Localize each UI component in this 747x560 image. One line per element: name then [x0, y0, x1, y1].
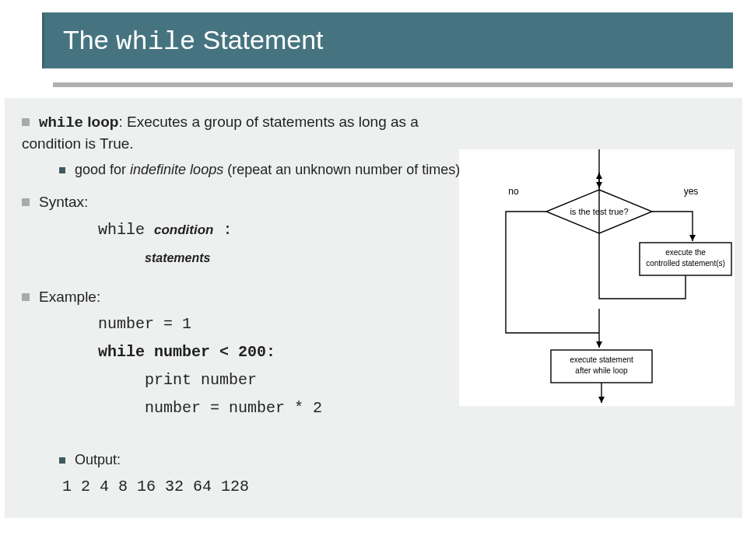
example-l3: print number — [14, 369, 465, 391]
syntax-label: Syntax: — [39, 194, 88, 210]
bullet-output: Output: — [14, 450, 465, 470]
example-label: Example: — [39, 289, 100, 305]
flow-yes-label: yes — [684, 186, 699, 197]
syntax-stmts: statements — [145, 251, 210, 264]
bullet-indefinite-loops: good for indefinite loops (repeat an unk… — [14, 160, 465, 180]
syntax-while: while — [98, 221, 154, 239]
while-term: while — [39, 114, 83, 131]
square-bullet-icon — [22, 293, 30, 301]
flow-exec1a: execute the — [665, 248, 706, 257]
loop-term: loop — [83, 114, 118, 130]
title-post: Statement — [195, 25, 323, 54]
indef-post: (repeat an unknown number of times) — [223, 162, 460, 177]
square-bullet-small-icon — [59, 457, 65, 464]
slide-title: The while Statement — [63, 25, 324, 57]
indef-pre: good for — [75, 162, 130, 177]
bullet-syntax: Syntax: — [14, 192, 465, 213]
flow-exec2a: execute statement — [570, 355, 633, 364]
title-pre: The — [63, 25, 116, 54]
output-label: Output: — [75, 452, 121, 467]
flowchart-diagram: is the test true? no yes execute the con… — [459, 149, 735, 406]
syntax-colon: : — [214, 221, 233, 239]
example-l2: while number < 200: — [14, 341, 465, 363]
bullet-while-loop: while loop: Executes a group of statemen… — [14, 112, 465, 154]
flow-no-label: no — [508, 186, 519, 197]
flow-exec2b: after while loop — [575, 366, 628, 375]
example-l1: number = 1 — [14, 313, 465, 335]
square-bullet-icon — [22, 198, 30, 206]
bullet-example: Example: — [14, 287, 465, 308]
flow-exec1b: controlled statement(s) — [646, 259, 725, 268]
syntax-line: while condition : — [14, 219, 465, 241]
slide-content: while loop: Executes a group of statemen… — [5, 98, 742, 518]
example-l4: number = number * 2 — [14, 397, 465, 419]
square-bullet-icon — [22, 118, 30, 126]
syntax-condition: condition — [154, 222, 213, 237]
title-underline — [53, 82, 733, 87]
indef-ital: indefinite loops — [130, 162, 223, 177]
output-values: 1 2 4 8 16 32 64 128 — [14, 476, 465, 498]
syntax-statements: statements — [14, 247, 465, 268]
slide-title-bar: The while Statement — [42, 12, 733, 68]
square-bullet-small-icon — [59, 167, 65, 173]
title-code: while — [116, 27, 195, 57]
